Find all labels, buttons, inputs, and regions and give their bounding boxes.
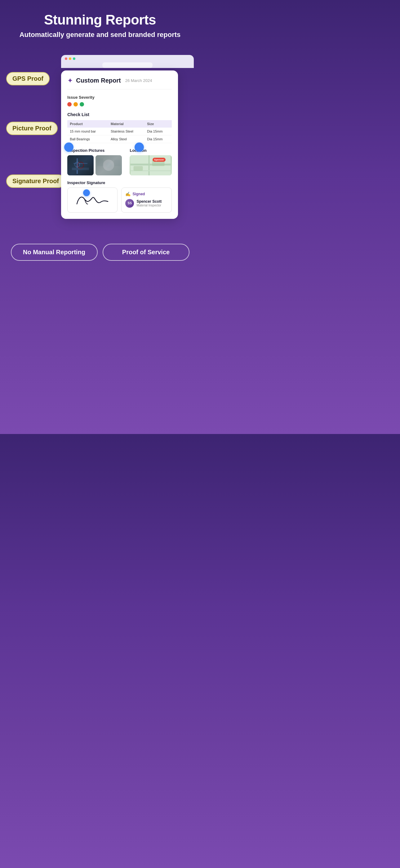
blue-circle-left xyxy=(64,143,73,152)
hero-subtitle: Automatically generate and send branded … xyxy=(20,30,181,39)
report-card: ✦ Custom Report 26 March 2024 Issue Seve… xyxy=(61,70,178,219)
inspector-row: SS Spencer Scott Material Inspector xyxy=(125,199,167,208)
svg-rect-9 xyxy=(114,160,120,166)
signed-icon: ✍ xyxy=(125,191,131,196)
pictures-title: Inspection Pictures xyxy=(67,148,126,153)
pictures-grid xyxy=(67,155,126,176)
signature-box xyxy=(67,187,118,213)
inspector-avatar: SS xyxy=(125,199,134,208)
signature-row: ✍ Signed SS Spencer Scott Material Inspe… xyxy=(67,187,171,213)
pictures-section: Inspection Pictures xyxy=(67,148,126,176)
severity-section: Issue Severity xyxy=(67,95,171,106)
report-date: 26 March 2024 xyxy=(125,78,152,83)
bottom-pills: No Manual Reporting Proof of Service xyxy=(6,244,194,261)
signature-svg xyxy=(74,191,111,209)
inspector-name: Spencer Scott xyxy=(136,199,162,204)
svg-rect-15 xyxy=(134,166,143,171)
severity-dot-red xyxy=(67,102,72,106)
signed-label: ✍ Signed xyxy=(125,191,167,196)
table-row: 15 mm round bar Stainless Steel Dia 15mm xyxy=(67,128,171,135)
col-size: Size xyxy=(144,120,171,128)
report-title: Custom Report xyxy=(76,77,121,84)
map-placeholder: Spencer xyxy=(130,155,171,176)
inspection-picture-2 xyxy=(96,155,122,176)
inspector-info: Spencer Scott Material Inspector xyxy=(136,199,162,207)
location-section: Location Spencer xyxy=(130,148,171,176)
report-icon: ✦ xyxy=(67,77,73,85)
hero-title: Stunning Reports xyxy=(44,12,156,27)
inspection-picture-1 xyxy=(67,155,94,176)
severity-dot-green xyxy=(80,102,84,106)
proof-of-service-pill: Proof of Service xyxy=(103,244,190,261)
checklist-section: Check List Product Material Size 15 mm r… xyxy=(67,112,171,143)
inspector-role: Material Inspector xyxy=(136,204,162,207)
col-product: Product xyxy=(67,120,108,128)
severity-dot-yellow xyxy=(73,102,78,106)
svg-rect-4 xyxy=(72,168,89,170)
checklist-title: Check List xyxy=(67,112,171,117)
no-manual-reporting-pill: No Manual Reporting xyxy=(11,244,98,261)
severity-label: Issue Severity xyxy=(67,95,171,100)
svg-rect-8 xyxy=(97,158,103,166)
checklist-table: Product Material Size 15 mm round bar St… xyxy=(67,120,171,143)
signature-title: Inspector Signature xyxy=(67,180,171,185)
pictures-location-section: Inspection Pictures xyxy=(67,148,171,176)
svg-rect-1 xyxy=(76,158,78,174)
report-visual-area: GPS Proof Picture Proof Signature Proof xyxy=(6,55,194,219)
svg-rect-2 xyxy=(73,163,88,164)
svg-rect-0 xyxy=(67,155,94,176)
col-material: Material xyxy=(108,120,144,128)
severity-dots xyxy=(67,102,171,106)
report-header: ✦ Custom Report 26 March 2024 xyxy=(67,77,171,89)
blue-circle-right xyxy=(135,143,144,152)
table-row: Ball Bearings Alloy Steel Dia 15mm xyxy=(67,135,171,143)
map-pin: Spencer xyxy=(153,158,166,162)
svg-point-7 xyxy=(105,162,112,168)
signed-box: ✍ Signed SS Spencer Scott Material Inspe… xyxy=(121,187,171,213)
browser-dots xyxy=(65,57,190,60)
signature-section: Inspector Signature ✍ xyxy=(67,180,171,213)
